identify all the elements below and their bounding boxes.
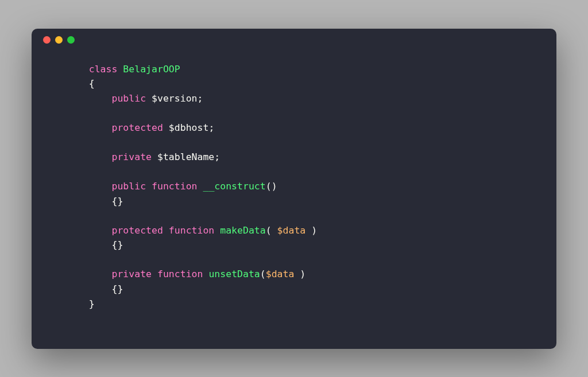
code-line: public $version; bbox=[66, 93, 203, 104]
code-content: class BelajarOOP { public $version; prot… bbox=[32, 52, 556, 323]
code-line: class BelajarOOP bbox=[66, 64, 180, 75]
code-line: private function unsetData($data ) bbox=[66, 269, 305, 279]
maximize-icon[interactable] bbox=[67, 36, 75, 44]
code-line: public function __construct() bbox=[66, 181, 277, 192]
code-line: { bbox=[66, 78, 95, 89]
window-titlebar bbox=[32, 29, 556, 52]
close-icon[interactable] bbox=[43, 36, 51, 44]
code-line: private $tableName; bbox=[66, 151, 220, 162]
code-line: protected $dbhost; bbox=[66, 122, 214, 133]
code-line: {} bbox=[66, 283, 123, 294]
code-line: {} bbox=[66, 196, 123, 207]
code-line: {} bbox=[66, 239, 123, 250]
minimize-icon[interactable] bbox=[55, 36, 63, 44]
code-line: } bbox=[66, 298, 95, 309]
code-line: protected function makeData( $data ) bbox=[66, 225, 317, 236]
code-window: class BelajarOOP { public $version; prot… bbox=[32, 29, 556, 349]
